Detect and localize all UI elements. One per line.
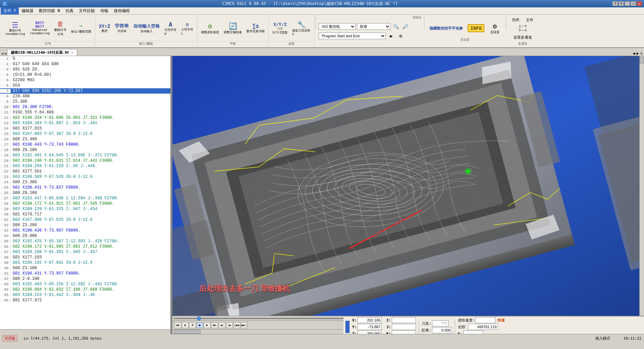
code-line-39[interactable]: 39G03 X166.192 Y-67.691 I0.0 J-12.6: [0, 260, 170, 265]
code-line-13[interactable]: 13G03 X189.384 Y-61.087 I-.953 J-.441: [0, 120, 170, 126]
j-input[interactable]: [392, 324, 416, 330]
code-line-14[interactable]: 14G01 X177.915: [0, 126, 170, 131]
code-line-45[interactable]: 45G03 X189.153 Y-61.442 I-.944 J-.46: [0, 292, 170, 298]
k-input[interactable]: [392, 331, 416, 334]
renumber-btn[interactable]: ☰ 重排行号renumbering: [3, 20, 27, 37]
code-line-35[interactable]: 35G03 X192.425 Y-65.107 I-12.593 J-.426 …: [0, 239, 170, 244]
macro-settings-btn[interactable]: ⚙ 宏设置: [487, 20, 502, 36]
menu-mini[interactable]: 迷你编程: [111, 7, 132, 14]
code-line-34[interactable]: 34G00 Z0.000: [0, 233, 170, 239]
adjust-feed-btn[interactable]: ⚙ 调整进给速度: [199, 21, 221, 36]
y-input[interactable]: [358, 324, 382, 330]
lowercase-btn[interactable]: a 小写字符L: [179, 20, 195, 36]
code-line-5[interactable]: 5S2200 M03: [0, 78, 170, 83]
math-btn[interactable]: ∑± 数学运算功能: [245, 22, 266, 35]
code-line-27[interactable]: 27G03 X192.447 Y-65.036 I-12.594 J-.398 …: [0, 196, 170, 201]
play-step-back-btn[interactable]: ◀|: [219, 322, 225, 328]
adjust-spindle-btn[interactable]: 🔄 调整主轴转速: [222, 21, 244, 36]
mark-delete-range-btn[interactable]: ✂ 标记/删除范围: [69, 21, 93, 35]
code-line-23[interactable]: 23G03 X166.589 Y-67.529 I0.0 J-12.6: [0, 174, 170, 180]
multichannel-btn[interactable]: 设置多通道: [512, 34, 534, 41]
code-line-11[interactable]: 11X192.555 Y-64.806: [0, 110, 170, 115]
code-line-1[interactable]: 1%: [0, 56, 170, 61]
play-btn[interactable]: ▶: [197, 322, 203, 328]
code-line-41[interactable]: 41G01 X196.431 Y-73.957 F8000.: [0, 271, 170, 276]
playback-thumb[interactable]: [197, 316, 201, 320]
menu-compare[interactable]: 文件比较: [76, 7, 98, 14]
panel-nav-left[interactable]: ◀: [633, 51, 635, 56]
code-line-31[interactable]: 31G03 X167.806 Y-67.625 I0.0 J-12.6: [0, 217, 170, 222]
code-line-28[interactable]: 28G02 X190.172 Y-61.921 I7.061 J7.545 F3…: [0, 201, 170, 206]
tab-close-btn[interactable]: ✕: [71, 51, 73, 54]
code-line-2[interactable]: 2G17 G40 G49 G54 G80: [0, 61, 170, 67]
auto-space-btn[interactable]: 自动输入空格 自动输入: [132, 22, 161, 35]
code-line-43[interactable]: 43G03 X192.403 Y-65.156 I-12.592 J-.441 …: [0, 282, 170, 287]
code-line-38[interactable]: 38G01 X177.103: [0, 255, 170, 260]
play-back-btn[interactable]: ⏴: [182, 322, 189, 328]
code-line-44[interactable]: 44G02 X190.094 Y-62.032 I7.106 J7.668 F3…: [0, 287, 170, 292]
run-command-btn[interactable]: ▶: [387, 32, 395, 40]
window-float-btn[interactable]: ⧉: [619, 1, 624, 6]
menu-edit[interactable]: 编辑器: [19, 7, 36, 14]
code-line-24[interactable]: 24G00 Z3.300: [0, 180, 170, 185]
play-fwd-end-btn[interactable]: ⏭: [211, 322, 218, 328]
code-line-21[interactable]: 21G03 X189.294 Y-61.229 I-.95 J-.448: [0, 163, 170, 169]
code-line-6[interactable]: 6G54: [0, 83, 170, 88]
code-line-22[interactable]: 22G01 X177.501: [0, 169, 170, 174]
play-back-end-btn[interactable]: ⏮: [174, 322, 181, 328]
code-line-19[interactable]: 19G03 X192.491 Y-64.945 I-12.595 J-.371 …: [0, 153, 170, 158]
play-step-fwd2-btn[interactable]: |▶▶: [233, 322, 240, 328]
panel-nav-right[interactable]: ▶: [637, 51, 639, 56]
info-btn[interactable]: INFO: [466, 20, 486, 36]
zoom-out-btn[interactable]: 🔎: [401, 22, 409, 31]
code-line-33[interactable]: 33G01 X196.436 Y-73.907 F8000.: [0, 228, 170, 233]
code-line-7[interactable]: 7G17 G00 G90 X202.106 Y-73.887: [0, 88, 170, 94]
dist-input[interactable]: [432, 327, 452, 333]
code-line-29[interactable]: 29G03 X189.229 Y-61.325 I-.947 J-.454: [0, 206, 170, 212]
settings-small-btn[interactable]: ⚙: [396, 32, 405, 40]
code-line-25[interactable]: 25G01 X196.431 Y-73.837 F8000.: [0, 185, 170, 190]
code-line-36[interactable]: 36G02 X190.172 Y-61.985 I7.081 J7.612 F3…: [0, 244, 170, 249]
menu-file[interactable]: 文件 F: [1, 7, 19, 14]
code-hscroll-bar[interactable]: [0, 329, 170, 334]
r-input[interactable]: [463, 331, 483, 334]
view-vscrollbar[interactable]: [639, 56, 644, 329]
code-file-tab[interactable]: 越南CSB-HRL1234W-10付反面.NC ✕: [7, 49, 77, 56]
command-select[interactable]: Program Start and End: [319, 33, 386, 39]
menu-nc[interactable]: 数控功能 N: [36, 7, 62, 14]
view-select[interactable]: 联查: [357, 23, 390, 30]
window-restore-btn[interactable]: ❐: [631, 1, 636, 6]
code-line-9[interactable]: 9Z5.300: [0, 99, 170, 104]
window-help-btn[interactable]: ?: [612, 1, 618, 6]
string-btn[interactable]: 字符串 字符串: [113, 22, 130, 35]
uppercase-btn[interactable]: A 大写字符U: [163, 20, 178, 37]
feed-input[interactable]: [475, 317, 495, 323]
code-line-8[interactable]: 8Z20.400: [0, 94, 170, 99]
code-line-18[interactable]: 18G00 Z0.200: [0, 147, 170, 153]
machine-type-select[interactable]: ISO 数控机: [319, 23, 356, 30]
window-minimize-btn[interactable]: _: [625, 1, 630, 6]
play-pause-btn[interactable]: ⏸: [189, 322, 196, 328]
extract-tool-btn[interactable]: 🔧 提取刀具清单F: [290, 19, 312, 37]
code-line-42[interactable]: 42G00 Z-0.100: [0, 276, 170, 282]
code-line-37[interactable]: 37G03 X189.188 Y-61.391 I-.945 J-.457: [0, 249, 170, 255]
code-line-17[interactable]: 17G01 X196.443 Y-73.743 F8000.: [0, 142, 170, 147]
code-line-4[interactable]: 4(D=21.00 R=0.80): [0, 72, 170, 78]
total-input[interactable]: [468, 324, 498, 330]
code-line-16[interactable]: 16G00 Z3.400: [0, 137, 170, 142]
window-close-btn[interactable]: ✕: [637, 1, 642, 6]
vscroll-thumb[interactable]: [640, 57, 644, 63]
advanced-renumber-btn[interactable]: N977N977 Advancedrenumbering: [28, 20, 52, 36]
file-btn[interactable]: 文件: [523, 16, 536, 23]
tool-input[interactable]: [432, 320, 449, 327]
xyz-range-btn[interactable]: X/Y/Z 范围 X/Y/Z范围: [271, 21, 289, 36]
hscroll-thumb[interactable]: [174, 330, 201, 334]
menu-sim[interactable]: 仿真: [63, 7, 76, 14]
code-line-46[interactable]: 46G01 X177.972: [0, 298, 170, 303]
tab-nav-right[interactable]: ▶: [5, 51, 7, 56]
code-line-15[interactable]: 15G03 X167.003 Y-67.387 I0.0 J-12.6: [0, 131, 170, 137]
code-line-26[interactable]: 26G00 Z0.100: [0, 190, 170, 196]
panel-close-btn[interactable]: ✕: [640, 51, 643, 56]
i-input[interactable]: [392, 317, 416, 323]
x-input[interactable]: [358, 317, 382, 323]
